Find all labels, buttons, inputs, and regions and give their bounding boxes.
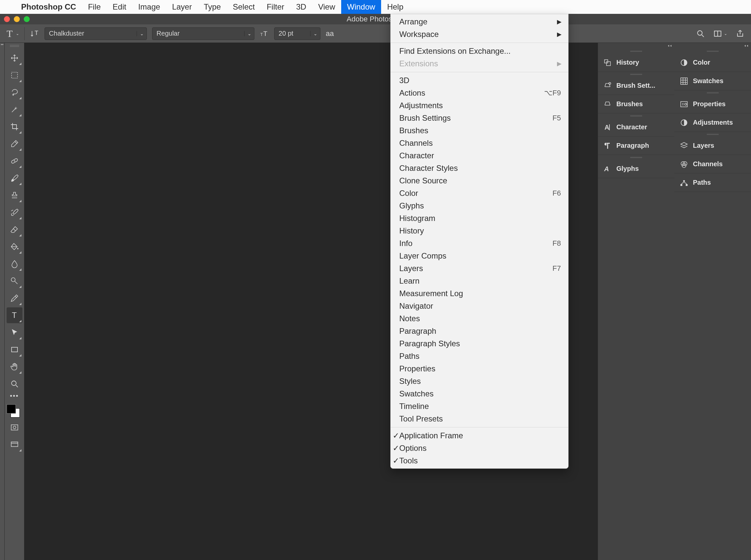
- menuitem-options[interactable]: ✓Options: [391, 442, 568, 455]
- menuitem-layer-comps[interactable]: Layer Comps: [391, 249, 568, 262]
- type-tool[interactable]: T: [6, 307, 22, 323]
- menuitem-workspace[interactable]: Workspace▶: [391, 28, 568, 41]
- brush-tool[interactable]: [6, 170, 22, 186]
- share-icon[interactable]: [736, 29, 745, 38]
- menuitem-channels[interactable]: Channels: [391, 137, 568, 149]
- screen-mode-button[interactable]: [6, 437, 22, 453]
- menuitem-adjustments[interactable]: Adjustments: [391, 99, 568, 112]
- menuitem-brush-settings[interactable]: Brush SettingsF5: [391, 112, 568, 124]
- menuitem-paths[interactable]: Paths: [391, 350, 568, 362]
- panel-drag-handle[interactable]: [674, 91, 751, 95]
- panel-drag-handle[interactable]: [598, 155, 674, 160]
- menuitem-tools[interactable]: ✓Tools: [391, 455, 568, 467]
- menu-window[interactable]: Window: [341, 0, 381, 14]
- tool-preset-button[interactable]: T: [6, 28, 13, 39]
- workspace-switcher-button[interactable]: ⌄: [713, 29, 727, 38]
- menuitem-learn[interactable]: Learn: [391, 275, 568, 287]
- edit-toolbar-button[interactable]: •••: [6, 393, 22, 399]
- app-name-menu[interactable]: Photoshop CC: [15, 2, 82, 12]
- panel-tab-swatches[interactable]: Swatches: [674, 72, 751, 91]
- panel-tab-channels[interactable]: Channels: [674, 155, 751, 174]
- menuitem-styles[interactable]: Styles: [391, 375, 568, 387]
- zoom-tool[interactable]: [6, 376, 22, 392]
- panel-collapse-button[interactable]: [674, 43, 751, 49]
- panel-drag-handle[interactable]: [598, 49, 674, 54]
- hand-tool[interactable]: [6, 359, 22, 375]
- menu-3d[interactable]: 3D: [290, 0, 313, 14]
- minimize-window-button[interactable]: [14, 16, 20, 22]
- move-tool[interactable]: [6, 50, 22, 66]
- shape-tool[interactable]: [6, 342, 22, 358]
- menuitem-brushes[interactable]: Brushes: [391, 124, 568, 137]
- lasso-tool[interactable]: [6, 84, 22, 100]
- menuitem-paragraph[interactable]: Paragraph: [391, 325, 568, 337]
- menuitem-tool-presets[interactable]: Tool Presets: [391, 413, 568, 425]
- menuitem-navigator[interactable]: Navigator: [391, 300, 568, 312]
- menuitem-notes[interactable]: Notes: [391, 312, 568, 325]
- panel-drag-handle[interactable]: [598, 114, 674, 118]
- menuitem-color[interactable]: ColorF6: [391, 187, 568, 200]
- marquee-tool[interactable]: [6, 67, 22, 83]
- panel-tab-glyphs[interactable]: AGlyphs: [598, 160, 674, 178]
- clone-stamp-tool[interactable]: [6, 187, 22, 203]
- panel-tab-properties[interactable]: Properties: [674, 95, 751, 114]
- panel-tab-paths[interactable]: Paths: [674, 174, 751, 192]
- menuitem-swatches[interactable]: Swatches: [391, 387, 568, 400]
- menuitem-timeline[interactable]: Timeline: [391, 400, 568, 413]
- panel-tab-adjustments[interactable]: Adjustments: [674, 114, 751, 132]
- menuitem-application-frame[interactable]: ✓Application Frame: [391, 429, 568, 442]
- panel-drag-handle[interactable]: [674, 49, 751, 54]
- crop-tool[interactable]: [6, 119, 22, 135]
- eraser-tool[interactable]: [6, 222, 22, 237]
- panel-tab-paragraph[interactable]: Paragraph: [598, 137, 674, 155]
- history-brush-tool[interactable]: [6, 204, 22, 220]
- menuitem-paragraph-styles[interactable]: Paragraph Styles: [391, 337, 568, 350]
- panel-tab-brushes[interactable]: Brushes: [598, 95, 674, 114]
- font-size-select[interactable]: 20 pt⌄: [274, 27, 320, 40]
- menuitem-history[interactable]: History: [391, 225, 568, 237]
- menuitem-find-extensions-on-exchange-[interactable]: Find Extensions on Exchange...: [391, 45, 568, 57]
- blur-tool[interactable]: [6, 256, 22, 272]
- panel-tab-color[interactable]: Color: [674, 54, 751, 72]
- panel-drag-handle[interactable]: [674, 132, 751, 137]
- menu-select[interactable]: Select: [227, 0, 261, 14]
- panel-tab-history[interactable]: History: [598, 54, 674, 72]
- panel-tab-brush-sett-[interactable]: Brush Sett...: [598, 77, 674, 95]
- menuitem-layers[interactable]: LayersF7: [391, 262, 568, 275]
- maximize-window-button[interactable]: [24, 16, 30, 22]
- font-style-select[interactable]: Regular⌄: [152, 27, 254, 40]
- panel-tab-character[interactable]: ACharacter: [598, 118, 674, 137]
- pen-tool[interactable]: [6, 290, 22, 306]
- menuitem-measurement-log[interactable]: Measurement Log: [391, 287, 568, 300]
- menu-help[interactable]: Help: [381, 0, 409, 14]
- magic-wand-tool[interactable]: [6, 102, 22, 117]
- menuitem-clone-source[interactable]: Clone Source: [391, 175, 568, 187]
- quick-mask-button[interactable]: [6, 420, 22, 435]
- eyedropper-tool[interactable]: [6, 136, 22, 152]
- menuitem-glyphs[interactable]: Glyphs: [391, 200, 568, 212]
- healing-brush-tool[interactable]: [6, 153, 22, 169]
- menu-file[interactable]: File: [82, 0, 107, 14]
- tool-preset-caret-icon[interactable]: ⌄: [16, 31, 19, 36]
- path-select-tool[interactable]: [6, 324, 22, 340]
- menuitem-character-styles[interactable]: Character Styles: [391, 162, 568, 175]
- panel-tab-layers[interactable]: Layers: [674, 137, 751, 155]
- panel-collapse-button[interactable]: [598, 43, 674, 49]
- dodge-tool[interactable]: [6, 273, 22, 289]
- close-window-button[interactable]: [4, 16, 10, 22]
- text-orientation-button[interactable]: T: [30, 29, 39, 38]
- toolbar-handle[interactable]: [10, 45, 19, 47]
- menuitem-arrange[interactable]: Arrange▶: [391, 16, 568, 28]
- font-family-select[interactable]: Chalkduster⌄: [44, 27, 147, 40]
- menuitem-actions[interactable]: Actions⌥F9: [391, 87, 568, 99]
- gradient-tool[interactable]: [6, 239, 22, 255]
- menu-view[interactable]: View: [312, 0, 341, 14]
- fg-bg-swatch[interactable]: [6, 404, 20, 418]
- menu-filter[interactable]: Filter: [261, 0, 290, 14]
- menuitem-3d[interactable]: 3D: [391, 74, 568, 87]
- panel-drag-handle[interactable]: [598, 72, 674, 77]
- menu-edit[interactable]: Edit: [106, 0, 132, 14]
- menuitem-properties[interactable]: Properties: [391, 362, 568, 375]
- menuitem-histogram[interactable]: Histogram: [391, 212, 568, 225]
- menuitem-character[interactable]: Character: [391, 149, 568, 162]
